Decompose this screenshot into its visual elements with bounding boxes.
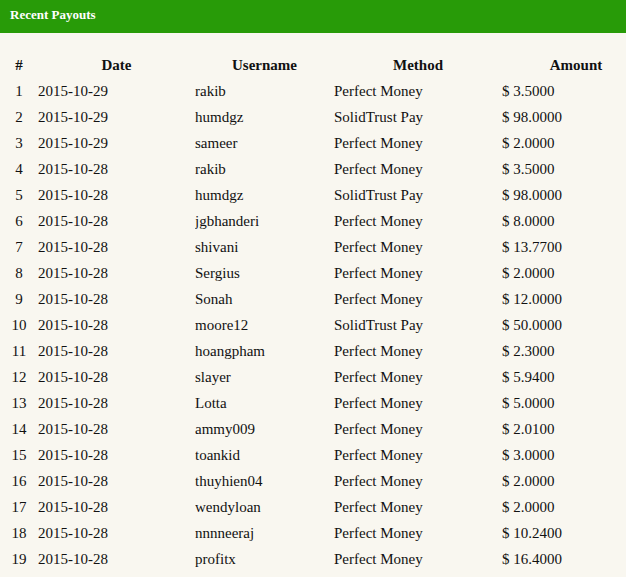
table-row: 112015-10-28hoangphamPerfect Money$ 2.30…	[0, 338, 626, 364]
cell-date: 2015-10-28	[38, 182, 195, 208]
cell-amount: $ 2.3000	[502, 338, 626, 364]
cell-method: Perfect Money	[334, 364, 502, 390]
cell-username: humdgz	[195, 104, 334, 130]
cell-method: Perfect Money	[334, 78, 502, 104]
cell-date: 2015-10-28	[38, 234, 195, 260]
cell-username: slayer	[195, 364, 334, 390]
cell-amount: $ 3.5000	[502, 78, 626, 104]
cell-method: Perfect Money	[334, 208, 502, 234]
cell-date: 2015-10-28	[38, 312, 195, 338]
cell-method: Perfect Money	[334, 260, 502, 286]
cell-date: 2015-10-28	[38, 286, 195, 312]
cell-amount: $ 2.0000	[502, 130, 626, 156]
cell-date: 2015-10-28	[38, 390, 195, 416]
cell-number: 5	[0, 182, 38, 208]
panel-title: Recent Payouts	[10, 7, 96, 22]
table-row: 102015-10-28moore12SolidTrust Pay$ 50.00…	[0, 312, 626, 338]
table-row: 42015-10-28rakibPerfect Money$ 3.5000	[0, 156, 626, 182]
cell-number: 13	[0, 390, 38, 416]
payouts-table-head: #DateUsernameMethodAmount	[0, 52, 626, 78]
cell-username: rakib	[195, 156, 334, 182]
cell-number: 18	[0, 520, 38, 546]
cell-username: hoangpham	[195, 338, 334, 364]
cell-method: Perfect Money	[334, 130, 502, 156]
cell-username: profitx	[195, 546, 334, 572]
cell-username: moore12	[195, 312, 334, 338]
cell-date: 2015-10-28	[38, 364, 195, 390]
cell-date: 2015-10-28	[38, 156, 195, 182]
panel-header: Recent Payouts	[0, 0, 626, 33]
cell-date: 2015-10-28	[38, 442, 195, 468]
cell-username: Sergius	[195, 260, 334, 286]
page: { "header": { "title": "Recent Payouts" …	[0, 0, 626, 577]
cell-username: rakib	[195, 78, 334, 104]
table-row: 82015-10-28SergiusPerfect Money$ 2.0000	[0, 260, 626, 286]
cell-number: 15	[0, 442, 38, 468]
cell-date: 2015-10-28	[38, 546, 195, 572]
cell-amount: $ 2.0000	[502, 260, 626, 286]
cell-number: 7	[0, 234, 38, 260]
cell-amount: $ 5.0000	[502, 390, 626, 416]
cell-amount: $ 16.4000	[502, 546, 626, 572]
cell-method: Perfect Money	[334, 416, 502, 442]
cell-username: wendyloan	[195, 494, 334, 520]
table-row: 182015-10-28nnnneerajPerfect Money$ 10.2…	[0, 520, 626, 546]
cell-number: 12	[0, 364, 38, 390]
cell-amount: $ 10.2400	[502, 520, 626, 546]
column-header-date: Date	[38, 52, 195, 78]
cell-number: 19	[0, 546, 38, 572]
table-row: 122015-10-28slayerPerfect Money$ 5.9400	[0, 364, 626, 390]
table-row: 52015-10-28humdgzSolidTrust Pay$ 98.0000	[0, 182, 626, 208]
cell-date: 2015-10-28	[38, 208, 195, 234]
table-row: 132015-10-28LottaPerfect Money$ 5.0000	[0, 390, 626, 416]
cell-amount: $ 98.0000	[502, 104, 626, 130]
cell-method: Perfect Money	[334, 442, 502, 468]
cell-amount: $ 12.0000	[502, 286, 626, 312]
payouts-table: #DateUsernameMethodAmount 12015-10-29rak…	[0, 52, 626, 572]
cell-username: humdgz	[195, 182, 334, 208]
table-row: 22015-10-29humdgzSolidTrust Pay$ 98.0000	[0, 104, 626, 130]
cell-amount: $ 8.0000	[502, 208, 626, 234]
cell-amount: $ 98.0000	[502, 182, 626, 208]
table-row: 162015-10-28thuyhien04Perfect Money$ 2.0…	[0, 468, 626, 494]
cell-amount: $ 3.5000	[502, 156, 626, 182]
column-header-amount: Amount	[502, 52, 626, 78]
table-row: 172015-10-28wendyloanPerfect Money$ 2.00…	[0, 494, 626, 520]
cell-method: Perfect Money	[334, 546, 502, 572]
payouts-table-body: 12015-10-29rakibPerfect Money$ 3.5000220…	[0, 78, 626, 572]
cell-username: Lotta	[195, 390, 334, 416]
table-row: 192015-10-28profitxPerfect Money$ 16.400…	[0, 546, 626, 572]
column-header-username: Username	[195, 52, 334, 78]
table-row: 12015-10-29rakibPerfect Money$ 3.5000	[0, 78, 626, 104]
cell-number: 1	[0, 78, 38, 104]
table-row: 92015-10-28SonahPerfect Money$ 12.0000	[0, 286, 626, 312]
cell-number: 4	[0, 156, 38, 182]
cell-amount: $ 2.0000	[502, 494, 626, 520]
cell-amount: $ 2.0100	[502, 416, 626, 442]
table-row: 152015-10-28toankidPerfect Money$ 3.0000	[0, 442, 626, 468]
cell-number: 10	[0, 312, 38, 338]
cell-date: 2015-10-29	[38, 130, 195, 156]
cell-number: 6	[0, 208, 38, 234]
cell-username: nnnneeraj	[195, 520, 334, 546]
cell-username: toankid	[195, 442, 334, 468]
cell-date: 2015-10-28	[38, 494, 195, 520]
table-row: 142015-10-28ammy009Perfect Money$ 2.0100	[0, 416, 626, 442]
cell-method: Perfect Money	[334, 494, 502, 520]
cell-number: 3	[0, 130, 38, 156]
cell-username: ammy009	[195, 416, 334, 442]
cell-amount: $ 2.0000	[502, 468, 626, 494]
cell-number: 14	[0, 416, 38, 442]
cell-amount: $ 50.0000	[502, 312, 626, 338]
cell-username: Sonah	[195, 286, 334, 312]
cell-method: Perfect Money	[334, 338, 502, 364]
header-row: #DateUsernameMethodAmount	[0, 52, 626, 78]
cell-number: 16	[0, 468, 38, 494]
cell-number: 11	[0, 338, 38, 364]
cell-method: Perfect Money	[334, 234, 502, 260]
cell-number: 9	[0, 286, 38, 312]
cell-amount: $ 3.0000	[502, 442, 626, 468]
cell-username: jgbhanderi	[195, 208, 334, 234]
cell-method: Perfect Money	[334, 520, 502, 546]
column-header-method: Method	[334, 52, 502, 78]
